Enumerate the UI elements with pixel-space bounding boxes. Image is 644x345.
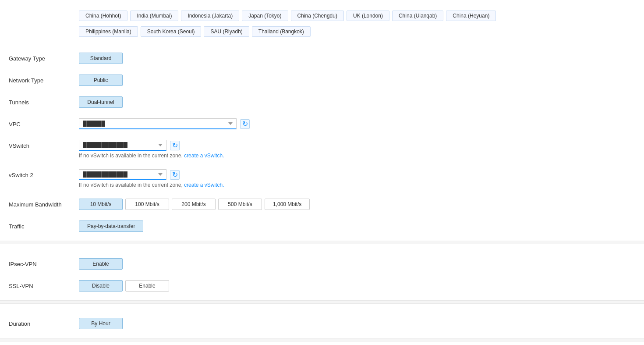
duration-by-hour[interactable]: By Hour <box>79 318 123 329</box>
network-type-public[interactable]: Public <box>79 75 123 86</box>
ssl-vpn-options: Disable Enable <box>79 280 635 292</box>
ssl-vpn-row: SSL-VPN Disable Enable <box>9 275 635 297</box>
ipsec-vpn-label: IPsec-VPN <box>9 258 79 267</box>
vpc-refresh-icon[interactable]: ↻ <box>240 119 250 129</box>
vswitch2-hint-text: If no vSwitch is available in the curren… <box>79 182 184 188</box>
duration-options: By Hour <box>79 318 635 329</box>
bandwidth-1000[interactable]: 1,000 Mbit/s <box>265 199 310 210</box>
network-type-options: Public <box>79 75 635 86</box>
ipsec-vpn-options: Enable <box>79 258 635 270</box>
vswitch2-hint: If no vSwitch is available in the curren… <box>79 182 635 188</box>
duration-section: Duration By Hour <box>0 307 644 334</box>
duration-label: Duration <box>9 318 79 327</box>
vswitch2-refresh-icon[interactable]: ↻ <box>170 170 180 180</box>
traffic-row: Traffic Pay-by-data-transfer <box>9 215 635 237</box>
region-japan-tokyo[interactable]: Japan (Tokyo) <box>242 11 288 21</box>
traffic-options: Pay-by-data-transfer <box>79 221 635 232</box>
vswitch-dropdown[interactable]: ████████████ <box>79 140 166 151</box>
ssl-vpn-enable[interactable]: Enable <box>125 280 169 292</box>
region-philippines-manila[interactable]: Philippines (Manila) <box>79 26 138 37</box>
gateway-type-label: Gateway Type <box>9 53 79 62</box>
gateway-type-row: Gateway Type Standard <box>9 47 635 69</box>
gateway-type-options: Standard <box>79 53 635 64</box>
section-divider-2 <box>0 300 644 304</box>
region-china-heyuan[interactable]: China (Heyuan) <box>446 11 496 21</box>
traffic-label: Traffic <box>9 221 79 230</box>
tunnels-options: Dual-tunnel <box>79 96 635 108</box>
vswitch2-selects: ████████████ ↻ <box>79 169 180 180</box>
bandwidth-label: Maximum Bandwidth <box>9 199 79 208</box>
network-type-label: Network Type <box>9 75 79 84</box>
bandwidth-100[interactable]: 100 Mbit/s <box>125 199 169 210</box>
bandwidth-row: Maximum Bandwidth 10 Mbit/s 100 Mbit/s 2… <box>9 193 635 215</box>
vswitch-content: ████████████ ↻ If no vSwitch is availabl… <box>79 140 635 159</box>
region-label <box>9 11 79 13</box>
tunnels-dual[interactable]: Dual-tunnel <box>79 96 123 108</box>
section-divider-3 <box>0 338 644 341</box>
region-south-korea-seoul[interactable]: South Korea (Seoul) <box>141 26 202 37</box>
section-divider-1 <box>0 241 644 244</box>
region-sau-riyadh[interactable]: SAU (Riyadh) <box>204 26 249 37</box>
vswitch2-row: vSwitch 2 ████████████ ↻ If no vSwitch i… <box>9 164 635 193</box>
region-row2: Philippines (Manila) South Korea (Seoul)… <box>9 26 635 47</box>
vswitch-create-link[interactable]: create a vSwitch. <box>184 153 224 159</box>
vpc-dropdown[interactable]: ██████ <box>79 118 237 129</box>
ipsec-vpn-row: IPsec-VPN Enable <box>9 253 635 275</box>
bandwidth-options: 10 Mbit/s 100 Mbit/s 200 Mbit/s 500 Mbit… <box>79 199 635 210</box>
vswitch2-label: vSwitch 2 <box>9 169 79 178</box>
tunnels-label: Tunnels <box>9 96 79 106</box>
traffic-pay-transfer[interactable]: Pay-by-data-transfer <box>79 221 143 232</box>
region-china-chengdu[interactable]: China (Chengdu) <box>291 11 344 21</box>
vswitch-row: VSwitch ████████████ ↻ If no vSwitch is … <box>9 135 635 164</box>
bandwidth-200[interactable]: 200 Mbit/s <box>172 199 216 210</box>
vswitch-hint-text: If no vSwitch is available in the curren… <box>79 153 184 159</box>
vswitch2-dropdown[interactable]: ████████████ <box>79 169 166 180</box>
region-china-ulanqab[interactable]: China (Ulanqab) <box>392 11 443 21</box>
vswitch-label: VSwitch <box>9 140 79 149</box>
vpc-select-container: ██████ ↻ <box>79 118 250 129</box>
ssl-vpn-disable[interactable]: Disable <box>79 280 123 292</box>
form-section: China (Hohhot) India (Mumbai) Indonesia … <box>0 0 644 237</box>
ipsec-vpn-enable[interactable]: Enable <box>79 258 123 270</box>
region-thailand-bangkok[interactable]: Thailand (Bangkok) <box>252 26 311 37</box>
region-label2 <box>9 26 79 29</box>
vswitch-hint: If no vSwitch is available in the curren… <box>79 153 635 159</box>
vswitch2-content: ████████████ ↻ If no vSwitch is availabl… <box>79 169 635 188</box>
region-indonesia-jakarta[interactable]: Indonesia (Jakarta) <box>181 11 239 21</box>
vpn-section: IPsec-VPN Enable SSL-VPN Disable Enable <box>0 248 644 297</box>
ssl-vpn-label: SSL-VPN <box>9 280 79 289</box>
bandwidth-10[interactable]: 10 Mbit/s <box>79 199 123 210</box>
duration-row: Duration By Hour <box>9 313 635 334</box>
network-type-row: Network Type Public <box>9 69 635 91</box>
region-uk-london[interactable]: UK (London) <box>347 11 389 21</box>
page-container: China (Hohhot) India (Mumbai) Indonesia … <box>0 0 644 345</box>
region-row1: China (Hohhot) India (Mumbai) Indonesia … <box>9 5 635 26</box>
vswitch2-create-link[interactable]: create a vSwitch. <box>184 182 224 188</box>
vpc-label: VPC <box>9 118 79 128</box>
gateway-type-standard[interactable]: Standard <box>79 53 123 64</box>
region-tags-row2: Philippines (Manila) South Korea (Seoul)… <box>79 26 635 37</box>
region-india-mumbai[interactable]: India (Mumbai) <box>130 11 178 21</box>
vpc-content: ██████ ↻ <box>79 118 635 129</box>
tunnels-row: Tunnels Dual-tunnel <box>9 91 635 113</box>
region-china-hohhot[interactable]: China (Hohhot) <box>79 11 127 21</box>
region-tags-row1: China (Hohhot) India (Mumbai) Indonesia … <box>79 11 635 21</box>
vswitch-refresh-icon[interactable]: ↻ <box>170 141 180 150</box>
vswitch-selects: ████████████ ↻ <box>79 140 180 151</box>
vpc-row: VPC ██████ ↻ <box>9 113 635 135</box>
bandwidth-500[interactable]: 500 Mbit/s <box>218 199 262 210</box>
